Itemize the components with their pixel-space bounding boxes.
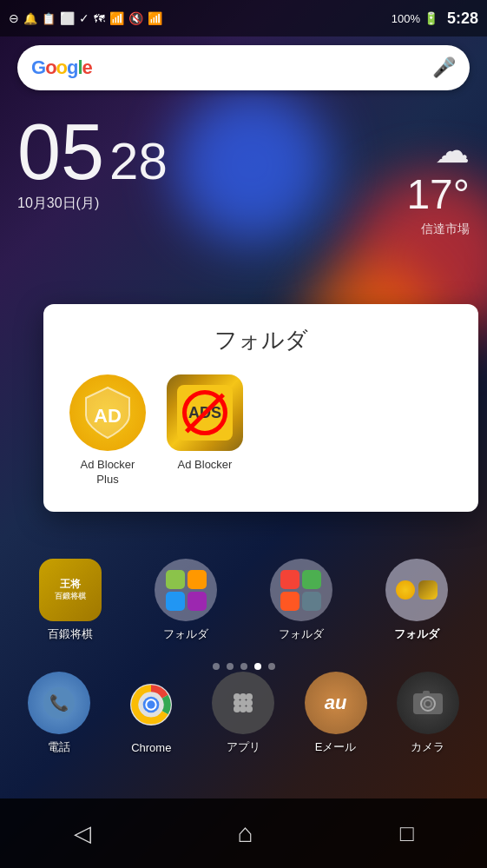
adblock-plus-icon: AD	[69, 374, 146, 451]
grid-app-shogi[interactable]: 王将 百鍛将棋 百鍛将棋	[39, 559, 102, 642]
bell-icon: 🔔	[23, 12, 37, 25]
phone-icon: 📞	[28, 672, 90, 734]
dock-row: 📞 電話 Chrome	[0, 672, 487, 755]
date-line: 10月30日(月)	[17, 195, 168, 213]
check-icon: ✓	[79, 11, 89, 25]
search-bar[interactable]: Google 🎤	[17, 45, 470, 90]
svg-point-14	[234, 706, 240, 712]
weather-widget: ☁ 17° 信達市場	[406, 130, 470, 237]
shield-svg: AD	[84, 386, 131, 440]
page-indicators	[0, 663, 487, 670]
svg-point-10	[246, 693, 253, 700]
home-button[interactable]: ⌂	[220, 810, 271, 857]
weather-cloud-icon: ☁	[406, 130, 470, 170]
phone-svg: 📞	[43, 687, 75, 719]
folder3-label: フォルダ	[394, 626, 439, 642]
dock-app-chrome[interactable]: Chrome	[120, 673, 182, 754]
grid-app-folder3-active[interactable]: フォルダ	[385, 559, 448, 642]
svg-point-11	[234, 699, 240, 706]
grid-app-folder1[interactable]: フォルダ	[155, 559, 217, 642]
svg-point-15	[240, 706, 247, 712]
svg-point-20	[425, 701, 431, 706]
adblock-plus-label: Ad BlockerPlus	[81, 458, 135, 487]
camera-label: カメラ	[411, 739, 444, 755]
adblock-inner: ADS	[177, 385, 233, 441]
folder-apps-list: AD Ad BlockerPlus ADS Ad Blocker	[61, 374, 461, 487]
status-time: 5:28	[447, 10, 478, 28]
dock-app-email[interactable]: au Eメール	[305, 672, 367, 755]
square-icon: ⬜	[60, 11, 75, 25]
time-display: 05 28	[17, 113, 168, 191]
wifi-icon: 📶	[109, 11, 124, 25]
chrome-svg	[130, 684, 172, 726]
apps-label: アプリ	[227, 739, 260, 755]
svg-text:📞: 📞	[49, 693, 69, 712]
camera-icon	[397, 672, 459, 734]
mic-icon[interactable]: 🎤	[432, 56, 456, 79]
status-icons-right: 100% 🔋 5:28	[392, 10, 478, 28]
shogi-icon: 王将 百鍛将棋	[39, 559, 102, 621]
clipboard-icon: 📋	[42, 12, 56, 25]
svg-point-12	[240, 699, 247, 706]
page-dot-5	[268, 663, 275, 670]
folder2-label: フォルダ	[279, 626, 324, 642]
status-icons-left: ⊖ 🔔 📋 ⬜ ✓ 🗺 📶 🔇 📶	[9, 11, 162, 25]
time-hour: 05	[17, 113, 104, 191]
dock-app-apps[interactable]: アプリ	[212, 672, 274, 755]
back-button[interactable]: ◁	[56, 812, 109, 856]
folder3-icon	[385, 559, 448, 621]
chrome-icon	[120, 673, 182, 736]
email-icon: au	[305, 672, 367, 734]
app-grid-row: 王将 百鍛将棋 百鍛将棋 フォルダ フォルダ	[0, 559, 487, 642]
folder1-icon	[155, 559, 217, 621]
minus-icon: ⊖	[9, 11, 19, 25]
dock-app-camera[interactable]: カメラ	[397, 672, 459, 755]
page-dot-3	[240, 663, 247, 670]
datetime-widget: 05 28 10月30日(月)	[17, 113, 168, 213]
apps-dots-svg	[226, 686, 260, 720]
google-logo: Google	[31, 56, 92, 79]
dock-app-phone[interactable]: 📞 電話	[28, 672, 90, 755]
svg-point-13	[246, 699, 253, 706]
adblock-label: Ad Blocker	[178, 458, 233, 473]
no-ads-symbol: ADS	[188, 404, 221, 422]
recent-button[interactable]: □	[383, 812, 431, 856]
signal-icon: 📶	[148, 11, 162, 25]
email-label: Eメール	[315, 739, 357, 755]
svg-point-8	[234, 693, 240, 700]
phone-label: 電話	[48, 739, 70, 755]
map-icon: 🗺	[94, 12, 105, 25]
camera-svg	[410, 685, 446, 721]
svg-point-16	[246, 706, 253, 712]
folder2-icon	[270, 559, 332, 621]
status-bar: ⊖ 🔔 📋 ⬜ ✓ 🗺 📶 🔇 📶 100% 🔋 5:28	[0, 0, 487, 36]
battery-percent: 100%	[392, 12, 420, 25]
folder1-label: フォルダ	[163, 626, 208, 642]
battery-icon: 🔋	[424, 11, 438, 25]
weather-location: 信達市場	[406, 222, 470, 237]
svg-point-9	[240, 693, 247, 700]
folder-popup: フォルダ AD Ad BlockerPlus ADS	[43, 304, 478, 512]
shogi-label: 百鍛将棋	[48, 626, 93, 642]
folder-popup-title: フォルダ	[61, 325, 461, 355]
apps-icon	[212, 672, 274, 734]
svg-rect-21	[423, 691, 430, 695]
svg-point-7	[148, 700, 155, 708]
time-minute: 28	[109, 136, 168, 188]
page-dot-2	[227, 663, 234, 670]
nav-bar: ◁ ⌂ □	[0, 798, 487, 868]
grid-app-folder2[interactable]: フォルダ	[270, 559, 332, 642]
chrome-label: Chrome	[131, 741, 171, 754]
page-dot-1	[213, 663, 220, 670]
svg-text:AD: AD	[94, 405, 122, 427]
folder-app-adblock[interactable]: ADS Ad Blocker	[167, 374, 243, 487]
adblock-icon: ADS	[167, 374, 243, 451]
weather-temp: 17°	[406, 170, 470, 218]
mute-icon: 🔇	[128, 11, 143, 25]
folder-app-adblock-plus[interactable]: AD Ad BlockerPlus	[69, 374, 146, 487]
page-dot-4-active	[254, 663, 261, 670]
